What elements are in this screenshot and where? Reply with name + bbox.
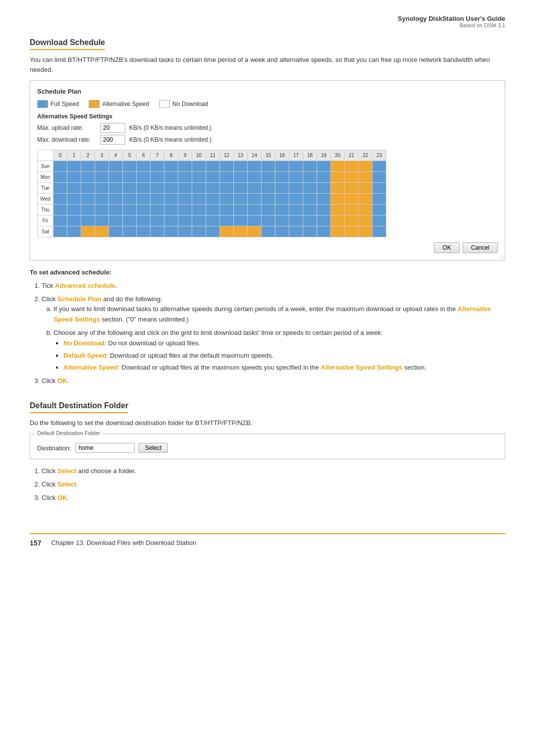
cell-tue-16[interactable]: [275, 183, 289, 194]
cell-tue-13[interactable]: [234, 183, 248, 194]
cell-thu-18[interactable]: [303, 205, 317, 216]
cell-thu-7[interactable]: [151, 205, 164, 216]
cell-sat-18[interactable]: [303, 226, 317, 237]
cell-tue-14[interactable]: [248, 183, 262, 194]
cell-sun-20[interactable]: [331, 161, 345, 172]
cell-thu-20[interactable]: [331, 205, 345, 216]
cell-mon-1[interactable]: [67, 172, 81, 183]
cell-tue-21[interactable]: [345, 183, 359, 194]
cell-thu-16[interactable]: [275, 205, 289, 216]
cell-wed-7[interactable]: [151, 194, 164, 205]
cell-wed-2[interactable]: [81, 194, 95, 205]
cell-tue-22[interactable]: [359, 183, 373, 194]
cell-fri-2[interactable]: [81, 216, 95, 226]
cell-sun-12[interactable]: [220, 161, 234, 172]
cell-wed-6[interactable]: [137, 194, 151, 205]
cell-mon-16[interactable]: [275, 172, 289, 183]
cell-mon-12[interactable]: [220, 172, 234, 183]
cell-wed-13[interactable]: [234, 194, 248, 205]
cell-mon-0[interactable]: [54, 172, 67, 183]
cell-sun-1[interactable]: [67, 161, 81, 172]
cell-tue-4[interactable]: [109, 183, 123, 194]
cell-tue-11[interactable]: [206, 183, 220, 194]
cell-wed-18[interactable]: [303, 194, 317, 205]
cell-thu-0[interactable]: [54, 205, 67, 216]
cell-tue-23[interactable]: [373, 183, 386, 194]
cell-tue-7[interactable]: [151, 183, 164, 194]
cell-fri-3[interactable]: [95, 216, 109, 226]
cell-sat-15[interactable]: [262, 226, 275, 237]
cell-fri-23[interactable]: [373, 216, 386, 226]
cell-sun-23[interactable]: [373, 161, 386, 172]
cell-sun-16[interactable]: [275, 161, 289, 172]
cell-tue-0[interactable]: [54, 183, 67, 194]
cell-sun-0[interactable]: [54, 161, 67, 172]
cell-sun-19[interactable]: [317, 161, 331, 172]
cell-fri-9[interactable]: [178, 216, 192, 226]
cell-tue-2[interactable]: [81, 183, 95, 194]
cell-mon-3[interactable]: [95, 172, 109, 183]
cell-fri-19[interactable]: [317, 216, 331, 226]
cell-wed-4[interactable]: [109, 194, 123, 205]
cell-sat-7[interactable]: [151, 226, 164, 237]
cell-wed-8[interactable]: [164, 194, 178, 205]
cell-wed-0[interactable]: [54, 194, 67, 205]
cell-mon-8[interactable]: [164, 172, 178, 183]
cell-wed-20[interactable]: [331, 194, 345, 205]
cell-wed-16[interactable]: [275, 194, 289, 205]
cell-sun-6[interactable]: [137, 161, 151, 172]
cell-thu-22[interactable]: [359, 205, 373, 216]
cell-thu-9[interactable]: [178, 205, 192, 216]
cell-sat-6[interactable]: [137, 226, 151, 237]
cell-tue-20[interactable]: [331, 183, 345, 194]
cell-thu-14[interactable]: [248, 205, 262, 216]
cell-mon-23[interactable]: [373, 172, 386, 183]
cell-fri-4[interactable]: [109, 216, 123, 226]
cell-mon-15[interactable]: [262, 172, 275, 183]
cell-fri-14[interactable]: [248, 216, 262, 226]
cell-mon-14[interactable]: [248, 172, 262, 183]
cell-sat-13[interactable]: [234, 226, 248, 237]
cell-wed-12[interactable]: [220, 194, 234, 205]
cell-mon-9[interactable]: [178, 172, 192, 183]
cell-thu-5[interactable]: [123, 205, 137, 216]
cell-fri-18[interactable]: [303, 216, 317, 226]
cell-fri-8[interactable]: [164, 216, 178, 226]
cell-sun-15[interactable]: [262, 161, 275, 172]
cell-wed-11[interactable]: [206, 194, 220, 205]
cell-wed-10[interactable]: [192, 194, 206, 205]
cell-fri-12[interactable]: [220, 216, 234, 226]
ok-button[interactable]: OK: [434, 242, 459, 253]
cell-sun-7[interactable]: [151, 161, 164, 172]
cell-thu-6[interactable]: [137, 205, 151, 216]
cell-fri-15[interactable]: [262, 216, 275, 226]
cell-sat-2[interactable]: [81, 226, 95, 237]
cell-sun-10[interactable]: [192, 161, 206, 172]
cell-sat-4[interactable]: [109, 226, 123, 237]
cell-sat-21[interactable]: [345, 226, 359, 237]
cell-tue-18[interactable]: [303, 183, 317, 194]
cell-mon-4[interactable]: [109, 172, 123, 183]
cell-mon-5[interactable]: [123, 172, 137, 183]
cell-thu-1[interactable]: [67, 205, 81, 216]
cell-sat-22[interactable]: [359, 226, 373, 237]
cell-tue-9[interactable]: [178, 183, 192, 194]
cell-tue-5[interactable]: [123, 183, 137, 194]
cell-sat-23[interactable]: [373, 226, 386, 237]
cell-thu-17[interactable]: [289, 205, 303, 216]
cell-sun-17[interactable]: [289, 161, 303, 172]
cell-wed-15[interactable]: [262, 194, 275, 205]
cell-sat-5[interactable]: [123, 226, 137, 237]
cell-thu-10[interactable]: [192, 205, 206, 216]
cell-thu-15[interactable]: [262, 205, 275, 216]
cell-fri-10[interactable]: [192, 216, 206, 226]
resize-handle-icon[interactable]: [498, 254, 503, 259]
cell-sun-8[interactable]: [164, 161, 178, 172]
cell-wed-1[interactable]: [67, 194, 81, 205]
cell-fri-0[interactable]: [54, 216, 67, 226]
cell-sat-0[interactable]: [54, 226, 67, 237]
download-input[interactable]: [101, 135, 125, 145]
cell-fri-1[interactable]: [67, 216, 81, 226]
cell-fri-22[interactable]: [359, 216, 373, 226]
cell-mon-18[interactable]: [303, 172, 317, 183]
